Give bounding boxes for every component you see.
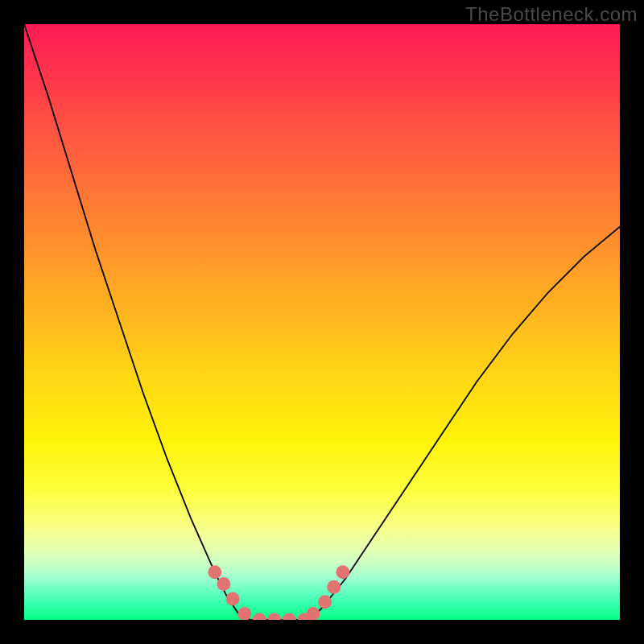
highlight-dot	[283, 613, 296, 621]
watermark-text: TheBottleneck.com	[465, 3, 638, 26]
highlight-dot	[237, 607, 251, 620]
highlight-dot	[327, 580, 341, 594]
highlight-dot	[226, 592, 240, 606]
highlight-dots-group	[208, 565, 349, 620]
highlight-dot	[306, 607, 320, 620]
highlight-dot	[267, 613, 281, 621]
highlight-dot	[217, 577, 230, 591]
highlight-dot	[336, 565, 349, 579]
bottleneck-curve	[24, 24, 620, 620]
curve-svg	[24, 24, 620, 620]
highlight-dot	[253, 613, 266, 621]
highlight-dot	[318, 595, 332, 609]
plot-area	[24, 24, 620, 620]
highlight-dot	[208, 565, 221, 579]
